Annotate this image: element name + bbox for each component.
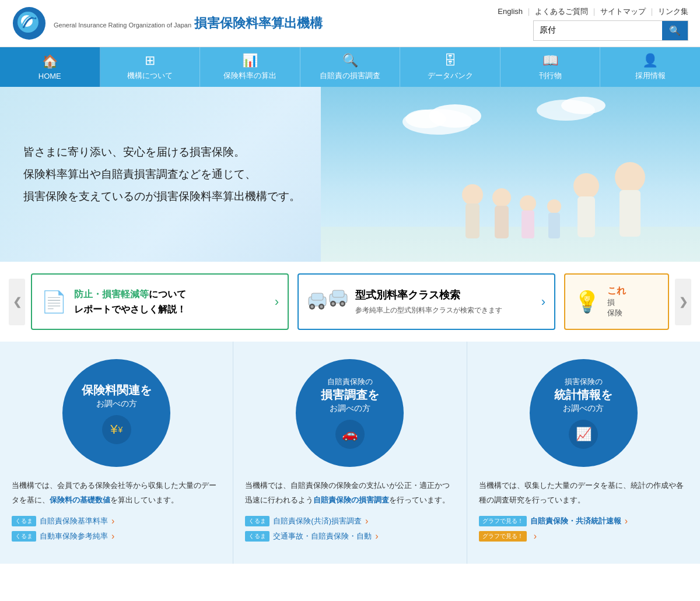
- hero-line3: 損害保険を支えているのが損害保険料率算出機構です。: [23, 185, 300, 208]
- col-survey-subtitle: お調べの方: [330, 403, 370, 414]
- yen-icon: ¥: [110, 422, 117, 437]
- nav-about-label: 機構について: [127, 71, 173, 81]
- header-links: English ｜ よくあるご質問 ｜ サイトマップ ｜ リンク集: [498, 6, 688, 17]
- svg-rect-13: [495, 206, 509, 238]
- org-name-area: General Insurance Rating Organization of…: [54, 15, 323, 32]
- survey-icon: 🔍: [342, 53, 358, 68]
- promo-card-search-icon: [307, 286, 348, 318]
- org-name-en: General Insurance Rating Organization of…: [54, 22, 191, 29]
- link-english[interactable]: English: [498, 7, 523, 16]
- link-jibaiseki-rate[interactable]: 自賠責保険基準料率: [40, 516, 108, 526]
- header: General Insurance Rating Organization of…: [0, 0, 700, 47]
- svg-rect-9: [321, 227, 700, 262]
- hero-text: 皆さまに寄り添い、安心を届ける損害保険。 保険料率算出や自賠責損害調査などを通じ…: [0, 118, 324, 231]
- col-statistics-desc: 当機構では、収集した大量のデータを基に、統計の作成や各種の調査研究を行っています…: [479, 479, 688, 507]
- promo-card-info-title: これ: [607, 285, 659, 297]
- nav-item-survey[interactable]: 🔍 自賠責の損害調査: [300, 47, 401, 87]
- promo-card-info-text: これ 損保険: [607, 285, 659, 318]
- nav-calc-label: 保険料率の算出: [223, 71, 276, 81]
- nav-item-data[interactable]: 🗄 データバンク: [400, 47, 501, 87]
- promo-card-info-subtitle: 損保険: [607, 297, 659, 318]
- three-col-section: 保険料関連を お調べの方 ¥ ¥ 当機構では、会員である保険会社等から収集した大…: [0, 342, 700, 564]
- col-insurance-circle: 保険料関連を お調べの方 ¥ ¥: [62, 359, 170, 467]
- link-jibaiseki-survey[interactable]: 自賠責保険(共済)損害調査: [273, 516, 362, 526]
- promo-card-search-arrow: ›: [541, 294, 545, 310]
- main-nav: 🏠 HOME ⊞ 機構について 📊 保険料率の算出 🔍 自賠責の損害調査 🗄 デ…: [0, 47, 700, 87]
- col-insurance-link1: くるま 自賠責保険基準料率 ›: [12, 516, 221, 526]
- col-survey-title: 損害調査を: [321, 387, 379, 402]
- promo-card-info-icon: 💡: [574, 290, 600, 314]
- col-survey-circle-container: 自賠責保険の 損害調査を お調べの方 🚗: [245, 359, 454, 467]
- svg-point-20: [615, 162, 645, 192]
- link-jidosha-rate[interactable]: 自動車保険参考純率: [40, 531, 108, 542]
- col-statistics-circle-container: 損害保険の 統計情報を お調べの方 📈: [479, 359, 688, 467]
- promo-card-report-arrow: ›: [275, 294, 279, 310]
- col-statistics-title-top: 損害保険の: [565, 377, 603, 387]
- promo-left-arrow[interactable]: ❮: [9, 279, 25, 325]
- col-survey-circle: 自賠責保険の 損害調査を お調べの方 🚗: [296, 359, 404, 467]
- badge-graph-2: グラフで見る！: [479, 531, 527, 542]
- col-insurance-desc: 当機構では、会員である保険会社等から収集した大量のデータを基に、保険料の基礎数値…: [12, 479, 221, 507]
- search-input[interactable]: [534, 22, 662, 38]
- col-statistics-link2: グラフで見る！ ›: [479, 531, 688, 542]
- col-insurance-circle-container: 保険料関連を お調べの方 ¥ ¥: [12, 359, 221, 467]
- yen-icon-small: ¥: [118, 425, 123, 434]
- link-traffic-survey[interactable]: 交通事故・自賠責保険・自動: [273, 531, 372, 542]
- svg-point-27: [320, 305, 323, 308]
- svg-point-10: [462, 184, 483, 205]
- promo-card-report-title: 防止・損害軽減等について レポートでやさしく解説！: [74, 287, 268, 317]
- col-statistics: 損害保険の 統計情報を お調べの方 📈 当機構では、収集した大量のデータを基に、…: [467, 342, 700, 564]
- nav-item-recruit[interactable]: 👤 採用情報: [600, 47, 700, 87]
- link-links[interactable]: リンク集: [658, 6, 688, 17]
- col-insurance-subtitle: お調べの方: [96, 399, 137, 409]
- calc-icon: 📊: [242, 53, 258, 68]
- svg-rect-21: [620, 190, 640, 237]
- nav-survey-label: 自賠責の損害調査: [320, 71, 380, 81]
- badge-kuruma-2: くるま: [12, 531, 36, 542]
- svg-point-31: [332, 303, 335, 305]
- hero-section: 皆さまに寄り添い、安心を届ける損害保険。 保険料率算出や自賠責損害調査などを通じ…: [0, 87, 700, 262]
- link-arrow-5: ›: [625, 516, 628, 526]
- org-name-ja: 損害保険料率算出機構: [194, 16, 323, 30]
- badge-kuruma-3: くるま: [245, 516, 270, 526]
- header-left: General Insurance Rating Organization of…: [12, 6, 323, 41]
- badge-kuruma-4: くるま: [245, 531, 270, 542]
- home-icon: 🏠: [42, 54, 58, 69]
- promo-card-report-icon: 📄: [41, 290, 67, 314]
- search-box: 🔍: [533, 20, 688, 41]
- link-arrow-1: ›: [111, 516, 114, 526]
- promo-card-search[interactable]: 型式別料率クラス検索 参考純率上の型式別料率クラスが検索できます ›: [298, 273, 555, 330]
- link-stats-speed[interactable]: 自賠責保険・共済統計速報: [530, 516, 621, 526]
- svg-point-8: [561, 97, 606, 114]
- promo-section: ❮ 📄 防止・損害軽減等について レポートでやさしく解説！ ›: [0, 262, 700, 342]
- col-insurance-link2: くるま 自動車保険参考純率 ›: [12, 531, 221, 542]
- col-statistics-subtitle: お調べの方: [563, 403, 604, 414]
- link-faq[interactable]: よくあるご質問: [535, 6, 588, 17]
- promo-card-report-text: 防止・損害軽減等について レポートでやさしく解説！: [74, 287, 268, 317]
- nav-item-publish[interactable]: 📖 刊行物: [501, 47, 601, 87]
- col-statistics-link1: グラフで見る！ 自賠責保険・共済統計速報 ›: [479, 516, 688, 526]
- svg-rect-29: [332, 290, 344, 297]
- col-survey-desc: 当機構では、自賠責保険の保険金の支払いが公正・適正かつ迅速に行われるよう自賠責保…: [245, 479, 454, 507]
- nav-home-label: HOME: [38, 72, 61, 80]
- nav-recruit-label: 採用情報: [635, 71, 666, 81]
- promo-card-info[interactable]: 💡 これ 損保険: [564, 273, 669, 330]
- promo-card-report[interactable]: 📄 防止・損害軽減等について レポートでやさしく解説！ ›: [31, 273, 289, 330]
- link-arrow-6: ›: [534, 531, 537, 542]
- chart-icon: 📈: [576, 427, 592, 442]
- recruit-icon: 👤: [642, 53, 658, 68]
- svg-point-25: [311, 305, 314, 308]
- nav-item-calc[interactable]: 📊 保険料率の算出: [200, 47, 300, 87]
- svg-point-18: [573, 173, 599, 199]
- nav-data-label: データバンク: [428, 71, 473, 81]
- badge-graph-1: グラフで見る！: [479, 516, 527, 526]
- nav-item-home[interactable]: 🏠 HOME: [0, 47, 100, 87]
- svg-rect-23: [312, 293, 323, 300]
- col-insurance: 保険料関連を お調べの方 ¥ ¥ 当機構では、会員である保険会社等から収集した大…: [0, 342, 233, 564]
- link-arrow-3: ›: [365, 516, 368, 526]
- promo-right-arrow[interactable]: ❯: [675, 279, 691, 325]
- search-button[interactable]: 🔍: [662, 21, 688, 40]
- nav-item-about[interactable]: ⊞ 機構について: [100, 47, 201, 87]
- link-sitemap[interactable]: サイトマップ: [600, 6, 646, 17]
- col-survey-title-top: 自賠責保険の: [327, 377, 373, 387]
